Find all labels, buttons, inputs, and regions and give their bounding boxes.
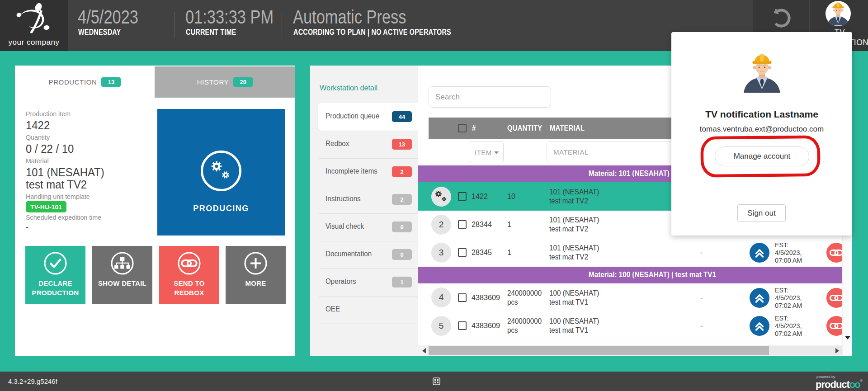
- declare-production-label: DECLARE PRODUCTION: [27, 278, 84, 297]
- expedition-time-label: Scheduled expedition time: [26, 213, 101, 221]
- scroll-down-arrow-icon[interactable]: [845, 336, 850, 339]
- move-top-button[interactable]: [750, 316, 769, 336]
- declare-production-button[interactable]: DECLARE PRODUCTION: [25, 246, 85, 304]
- column-header-item: #: [472, 124, 476, 132]
- table-row[interactable]: 4 4383609 240000000 pcs 100 (NESAHAT) te…: [418, 283, 842, 312]
- user-email: tomas.ventruba.ext@productoo.com: [671, 125, 852, 134]
- manage-account-label: Manage account: [734, 152, 791, 161]
- production-item-value: 1422: [26, 118, 50, 132]
- row-gears-button[interactable]: [431, 187, 451, 207]
- company-logo-text: your company: [0, 38, 68, 47]
- select-all-checkbox[interactable]: [458, 124, 467, 132]
- link-button[interactable]: [826, 316, 842, 336]
- table-row[interactable]: 6 4383609 240000000 pcs 100 (NESAHAT) te…: [418, 342, 842, 345]
- quantity-label: Quantity: [26, 133, 50, 141]
- row-checkbox[interactable]: [458, 321, 467, 330]
- company-logo-icon: [15, 3, 52, 34]
- company-logo[interactable]: your company: [0, 0, 68, 51]
- row-checkbox[interactable]: [458, 293, 467, 302]
- more-button[interactable]: MORE: [226, 246, 286, 304]
- link-icon: [826, 243, 842, 263]
- move-top-button[interactable]: [750, 243, 769, 263]
- production-item-label: Production item: [26, 110, 71, 118]
- scrollbar-thumb[interactable]: [429, 346, 769, 355]
- current-date: 4/5/2023: [78, 6, 138, 28]
- plus-icon: [244, 251, 268, 275]
- row-checkbox[interactable]: [458, 248, 467, 257]
- workstation-item-redbox[interactable]: Redbox 13: [310, 131, 418, 158]
- workstation-detail-title: Workstation detail: [320, 84, 377, 93]
- link-button[interactable]: [826, 288, 842, 308]
- send-to-redbox-button[interactable]: SEND TO REDBOX: [159, 246, 219, 304]
- search-input[interactable]: [429, 86, 551, 108]
- producing-status-tile[interactable]: PRODUCING: [157, 109, 285, 236]
- workstation-item-oee[interactable]: OEE: [310, 296, 418, 324]
- undo-icon[interactable]: [769, 6, 793, 31]
- workstation-item-badge: 2: [392, 194, 412, 205]
- table-row[interactable]: 5 4383609 240000000 pcs 100 (NESAHAT) te…: [418, 312, 842, 340]
- double-chevron-up-icon: [750, 316, 769, 336]
- registered-mark: ®: [860, 379, 863, 383]
- handling-unit-badge: TV-HU-101: [26, 201, 66, 212]
- cell-material: 100 (NESAHAT) test mat TV1: [549, 289, 599, 307]
- scroll-right-arrow-icon[interactable]: [835, 348, 839, 353]
- workstation-item-label: Redbox: [326, 140, 349, 148]
- production-panel: PRODUCTION 13 HISTORY 20 Production item…: [15, 66, 295, 356]
- chevron-down-icon: [494, 151, 499, 154]
- manage-account-button[interactable]: Manage account: [715, 146, 809, 166]
- cell-material: 101 (NESAHAT) test mat TV2: [549, 216, 599, 234]
- workstation-item-production-queue[interactable]: Production queue 44: [310, 103, 418, 131]
- scroll-left-arrow-icon[interactable]: [422, 348, 426, 353]
- workstation-item-documentation[interactable]: Documentation 0: [310, 241, 418, 269]
- material-filter-input[interactable]: [547, 141, 692, 163]
- cell-quantity: 1: [507, 248, 511, 257]
- row-number: 3: [431, 243, 451, 263]
- sitemap-icon: [110, 251, 134, 275]
- workstation-item-badge: 0: [392, 249, 412, 260]
- row-number: 2: [431, 215, 451, 235]
- column-header-material: MATERIAL: [550, 124, 585, 132]
- expedition-time-value: -: [26, 222, 28, 232]
- show-detail-button[interactable]: SHOW DETAIL: [92, 246, 152, 304]
- link-button[interactable]: [826, 243, 842, 263]
- material-label: Material: [26, 157, 49, 165]
- current-time: 01:33:33 PM: [185, 6, 274, 28]
- cell-item: 1422: [472, 192, 488, 201]
- tab-production[interactable]: PRODUCTION 13: [15, 66, 155, 98]
- header-divider: [282, 12, 282, 38]
- cell-quantity: 240000000 pcs: [507, 317, 542, 335]
- table-row[interactable]: 3 28345 1 101 (NESAHAT) test mat TV2 - E…: [418, 239, 842, 267]
- grid-icon[interactable]: [433, 377, 440, 385]
- double-chevron-up-icon: [750, 243, 769, 263]
- move-top-button[interactable]: [750, 288, 769, 308]
- row-checkbox[interactable]: [458, 220, 467, 229]
- cell-quantity: 240000000 pcs: [507, 289, 542, 307]
- tab-history-label: HISTORY: [197, 78, 229, 86]
- workstation-item-incomplete-items[interactable]: Incomplete items 2: [310, 158, 418, 186]
- item-filter-select[interactable]: ITEM: [469, 141, 504, 163]
- brand-text-product: product: [816, 379, 849, 390]
- tab-history[interactable]: HISTORY 20: [155, 66, 295, 98]
- divider: [429, 340, 842, 340]
- workstation-item-badge: 44: [392, 111, 412, 122]
- check-icon: [43, 251, 67, 275]
- brand-text-oo: oo: [849, 379, 860, 390]
- cell-item: 28345: [472, 248, 492, 257]
- workstation-item-label: Production queue: [326, 112, 379, 120]
- send-to-redbox-label: SEND TO REDBOX: [161, 278, 217, 297]
- workstation-item-instructions[interactable]: Instructions 2: [310, 186, 418, 213]
- sign-out-label: Sign out: [747, 209, 775, 218]
- cell-dash: -: [700, 293, 703, 302]
- producing-label: PRODUCING: [157, 204, 285, 213]
- cell-dash: -: [700, 321, 703, 330]
- sign-out-button[interactable]: Sign out: [737, 204, 786, 222]
- workstation-subtitle: ACCORDING TO PLAN | NO ACTIVE OPERATORS: [293, 28, 451, 37]
- workstation-item-visual-check[interactable]: Visual check 0: [310, 213, 418, 241]
- workstation-item-operators[interactable]: Operators 1: [310, 269, 418, 296]
- cell-quantity: 1: [507, 220, 511, 229]
- horizontal-scrollbar[interactable]: [418, 345, 842, 356]
- powered-by-text: powered by: [816, 375, 863, 379]
- cell-item: 4383609: [472, 293, 500, 302]
- user-avatar-large: [740, 49, 784, 94]
- row-checkbox[interactable]: [458, 192, 467, 201]
